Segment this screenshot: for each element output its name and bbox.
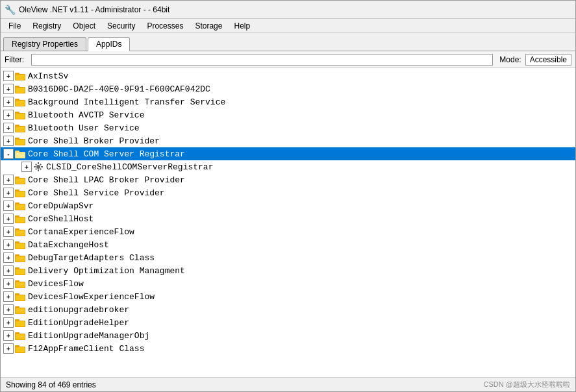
tree-item-label: Bluetooth User Service	[28, 123, 140, 133]
svg-rect-28	[40, 164, 42, 165]
svg-rect-32	[16, 178, 25, 184]
svg-rect-2	[16, 75, 25, 80]
tree-item[interactable]: + editionupgradebroker	[1, 303, 575, 316]
tree-item[interactable]: + Core Shell LPAC Broker Provider	[1, 173, 575, 186]
expand-button[interactable]: +	[3, 214, 14, 224]
folder-icon	[15, 188, 25, 197]
folder-icon	[15, 266, 25, 275]
svg-rect-20	[16, 153, 25, 158]
expand-button[interactable]: +	[3, 97, 14, 107]
tree-item-label: CoreShellHost	[28, 214, 94, 224]
svg-rect-24	[34, 166, 36, 167]
folder-icon	[15, 201, 25, 210]
tree-item-label: CLSID_CoreShellCOMServerRegistrar	[46, 162, 213, 172]
tree-item[interactable]: + B0316D0C-DA2F-40E0-9F91-F600CAF042DC	[1, 82, 575, 95]
tree-item-label: CortanaExperienceFlow	[28, 227, 134, 237]
mode-value: Accessible	[525, 54, 571, 66]
expand-button[interactable]: +	[3, 227, 14, 237]
expand-button[interactable]: +	[3, 110, 14, 120]
tree-item[interactable]: + DebugTargetAdapters Class	[1, 251, 575, 264]
expand-button[interactable]: +	[3, 343, 14, 354]
menu-item-security[interactable]: Security	[102, 20, 140, 32]
tree-item-label: EditionUpgradeManagerObj	[28, 331, 149, 341]
tree-item[interactable]: + DevicesFlowExperienceFlow	[1, 290, 575, 303]
folder-icon	[15, 97, 25, 106]
svg-rect-14	[16, 127, 25, 132]
tree-item-label: B0316D0C-DA2F-40E0-9F91-F600CAF042DC	[28, 84, 210, 94]
folder-icon	[15, 331, 25, 340]
app-window: 🔧 OleView .NET v1.11 - Administrator - -…	[0, 0, 576, 392]
svg-rect-22	[38, 162, 39, 164]
mode-label: Mode:	[499, 55, 521, 64]
folder-icon	[15, 318, 25, 327]
tree-item[interactable]: + Bluetooth User Service	[1, 121, 575, 134]
menu-item-object[interactable]: Object	[68, 20, 101, 32]
tree-item[interactable]: + Bluetooth AVCTP Service	[1, 108, 575, 121]
tree-item[interactable]: + CoreDpuWapSvr	[1, 199, 575, 212]
svg-rect-38	[16, 204, 25, 210]
tree-item[interactable]: + CoreShellHost	[1, 212, 575, 225]
tree-item[interactable]: - Core Shell COM Server Registrar	[1, 147, 575, 160]
tab-0[interactable]: Registry Properties	[3, 37, 86, 51]
expand-button[interactable]: +	[3, 71, 14, 81]
svg-rect-65	[16, 321, 25, 326]
filter-input[interactable]	[31, 54, 493, 66]
expand-button[interactable]: +	[3, 291, 14, 302]
expand-button[interactable]: +	[3, 304, 14, 315]
tree-item[interactable]: + EditionUpgradeHelper	[1, 316, 575, 329]
tree-item-label: DataExchangeHost	[28, 240, 109, 250]
tree-item[interactable]: + Background Intelligent Transfer Servic…	[1, 95, 575, 108]
svg-rect-5	[16, 88, 25, 93]
menu-item-storage[interactable]: Storage	[190, 20, 227, 32]
expand-button[interactable]: +	[3, 317, 14, 328]
menu-item-processes[interactable]: Processes	[142, 20, 188, 32]
menu-bar: FileRegistryObjectSecurityProcessesStora…	[1, 19, 575, 33]
folder-icon	[15, 214, 25, 223]
tab-1[interactable]: AppIDs	[88, 37, 130, 51]
folder-icon	[15, 136, 25, 145]
tree-item[interactable]: + Delivery Optimization Managment	[1, 264, 575, 277]
menu-item-file[interactable]: File	[3, 20, 26, 32]
expand-button[interactable]: +	[3, 330, 14, 341]
folder-icon	[15, 344, 25, 353]
tree-item-label: Bluetooth AVCTP Service	[28, 110, 144, 120]
menu-item-help[interactable]: Help	[229, 20, 255, 32]
tree-item[interactable]: + F12AppFrameClient Class	[1, 342, 575, 355]
folder-icon	[15, 227, 25, 236]
svg-point-21	[36, 165, 40, 169]
status-text: Showing 84 of 469 entries	[6, 380, 96, 389]
expand-button[interactable]: +	[3, 201, 14, 211]
folder-icon	[15, 240, 25, 249]
tree-item-label: Background Intelligent Transfer Service	[28, 97, 225, 107]
tree-item[interactable]: + AxInstSv	[1, 69, 575, 82]
tree-item[interactable]: + Core Shell Broker Provider	[1, 134, 575, 147]
menu-item-registry[interactable]: Registry	[27, 20, 66, 32]
expand-button[interactable]: +	[3, 252, 14, 263]
tree-item[interactable]: + CortanaExperienceFlow	[1, 225, 575, 238]
expand-button[interactable]: +	[3, 123, 14, 133]
expand-button[interactable]: +	[3, 136, 14, 146]
tree-item-label: Core Shell Broker Provider	[28, 136, 160, 146]
watermark: CSDN @超级大水怪啦啦啦	[484, 380, 570, 389]
expand-button[interactable]: +	[3, 278, 14, 289]
expand-button[interactable]: +	[3, 239, 14, 250]
svg-rect-27	[40, 168, 42, 170]
tree-item[interactable]: + Core Shell Service Provider	[1, 186, 575, 199]
svg-rect-26	[35, 164, 37, 165]
svg-rect-50	[16, 256, 25, 262]
svg-rect-47	[16, 243, 25, 249]
expand-button[interactable]: +	[3, 175, 14, 185]
tree-item[interactable]: + CLSID_CoreShellCOMServerRegistrar	[1, 160, 575, 173]
tree-item[interactable]: + DataExchangeHost	[1, 238, 575, 251]
expand-button[interactable]: +	[3, 84, 14, 94]
collapse-button[interactable]: -	[3, 149, 14, 159]
expand-button[interactable]: +	[3, 188, 14, 198]
svg-rect-8	[16, 101, 25, 106]
svg-rect-29	[35, 168, 37, 170]
svg-rect-62	[16, 308, 25, 313]
expand-button[interactable]: +	[21, 162, 32, 172]
tree-item[interactable]: + EditionUpgradeManagerObj	[1, 329, 575, 342]
svg-rect-44	[16, 230, 25, 236]
tree-item[interactable]: + DevicesFlow	[1, 277, 575, 290]
expand-button[interactable]: +	[3, 265, 14, 276]
